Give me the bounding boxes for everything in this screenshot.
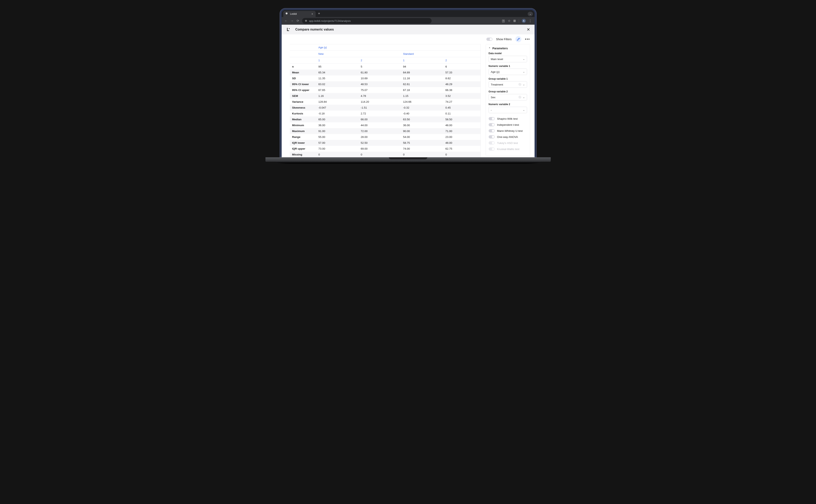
- more-menu-button[interactable]: •••: [525, 37, 530, 41]
- test-toggle-row[interactable]: Mann-Whitney U-test: [489, 128, 527, 134]
- test-toggle[interactable]: [489, 129, 495, 132]
- cell-value: 48.00: [443, 140, 480, 146]
- test-label: Tukey's HSD test: [497, 142, 518, 145]
- table-row: Kurtosis-0.182.72-0.400.11: [290, 111, 480, 116]
- laptop-base: [266, 157, 551, 165]
- key-icon[interactable]: ⚿: [502, 19, 505, 23]
- table-row: Missing0000: [290, 152, 480, 157]
- table-row: n955946: [290, 64, 480, 70]
- cell-value: -0.40: [401, 111, 443, 116]
- table-row: Mean65.3461.8064.8957.33: [290, 70, 480, 75]
- cell-value: 11.35: [316, 75, 358, 81]
- clear-icon[interactable]: ⓧ: [518, 83, 521, 86]
- test-toggle-row[interactable]: Shapiro-Wilk test: [489, 116, 527, 122]
- test-toggle[interactable]: [489, 123, 495, 126]
- subgroup-header[interactable]: 1: [316, 57, 358, 64]
- chevron-down-icon: ⌄: [523, 83, 525, 86]
- subgroup-header[interactable]: 1: [401, 57, 443, 64]
- cell-value: 4.78: [358, 93, 401, 99]
- parameters-panel: ⌃ Parameters Data model Main level ⌄ Num…: [486, 44, 530, 156]
- test-label: Shapiro-Wilk test: [497, 117, 518, 120]
- cell-value: 6: [443, 64, 480, 70]
- numeric-variable-1-select[interactable]: Age (y) ⌄: [489, 69, 527, 75]
- data-model-select[interactable]: Main level ⌄: [489, 56, 527, 62]
- cell-value: 95: [316, 64, 358, 70]
- cell-value: -0.047: [316, 105, 358, 111]
- back-button[interactable]: ←: [285, 19, 288, 23]
- test-label: One-way ANOVA: [497, 135, 518, 138]
- select-value: -: [491, 109, 492, 112]
- profile-avatar[interactable]: A: [522, 19, 526, 23]
- bookmark-star-icon[interactable]: ☆: [508, 19, 510, 23]
- cell-value: 74.27: [443, 99, 480, 105]
- cell-value: 65.00: [316, 116, 358, 122]
- table-row: IQR lower57.0052.5058.7548.00: [290, 140, 480, 146]
- table-row: Minimum36.0044.0036.0048.00: [290, 122, 480, 128]
- cell-value: 71.00: [443, 128, 480, 134]
- row-label: Variance: [290, 99, 316, 105]
- edit-button[interactable]: [515, 36, 521, 42]
- group-variable-2-select[interactable]: Sex ⓧ ⌄: [489, 94, 527, 100]
- address-bar[interactable]: ⚙ app.ledidi.no/projects/7134/analysis: [302, 18, 432, 24]
- cell-value: 63.02: [316, 81, 358, 87]
- browser-tabstrip: Ledidi × + ⌄: [282, 10, 534, 17]
- cell-value: -0.32: [401, 105, 443, 111]
- group-header[interactable]: Standard: [401, 51, 480, 57]
- chevron-down-icon: ⌄: [523, 96, 525, 99]
- browser-tab[interactable]: Ledidi ×: [283, 11, 316, 17]
- cell-value: 28.00: [358, 134, 401, 140]
- parameters-title: Parameters: [492, 47, 508, 50]
- table-row: Range55.0028.0054.0023.00: [290, 134, 480, 140]
- cell-value: 0: [401, 152, 443, 157]
- cell-value: 58.50: [443, 116, 480, 122]
- show-filters-label: Show Filters: [496, 38, 512, 41]
- cell-value: 54.00: [401, 134, 443, 140]
- page-title: Compare numeric values: [295, 28, 334, 31]
- cell-value: -1.51: [358, 105, 401, 111]
- subgroup-header[interactable]: 2: [358, 57, 401, 64]
- cell-value: 91.00: [316, 128, 358, 134]
- cell-value: 63.50: [401, 116, 443, 122]
- cell-value: 11.16: [401, 75, 443, 81]
- cell-value: 128.84: [316, 99, 358, 105]
- subgroup-header[interactable]: 2: [443, 57, 480, 64]
- new-tab-button[interactable]: +: [316, 12, 323, 17]
- cell-value: 61.80: [358, 70, 401, 75]
- row-label: Range: [290, 134, 316, 140]
- chevron-down-icon: ⌄: [523, 58, 525, 60]
- cell-value: 72.00: [358, 128, 401, 134]
- test-toggle[interactable]: [489, 117, 495, 120]
- show-filters-toggle[interactable]: [486, 38, 492, 41]
- test-toggle-row: Tukey's HSD test: [489, 140, 527, 146]
- group-variable-1-select[interactable]: Treatment ⓧ ⌄: [489, 81, 527, 88]
- extensions-icon[interactable]: ⊞: [513, 19, 516, 23]
- variable-header: Age (y): [316, 44, 480, 51]
- clear-icon[interactable]: ⓧ: [518, 95, 521, 99]
- app-header: Compare numeric values ✕: [282, 25, 534, 34]
- numeric-variable-2-select[interactable]: - ⌄: [489, 107, 527, 113]
- row-label: Minimum: [290, 122, 316, 128]
- reload-button[interactable]: ⟳: [297, 19, 299, 23]
- cell-value: -0.18: [316, 111, 358, 116]
- cell-value: 66.00: [358, 116, 401, 122]
- forward-button[interactable]: →: [291, 19, 294, 23]
- close-button[interactable]: ✕: [527, 27, 530, 32]
- test-toggle-row[interactable]: One-way ANOVA: [489, 134, 527, 140]
- table-row: IQR upper73.0069.0074.0062.75: [290, 146, 480, 152]
- chevron-down-icon: ⌄: [523, 70, 525, 73]
- row-label: 95% CI upper: [290, 87, 316, 93]
- site-settings-icon[interactable]: ⚙: [305, 19, 307, 22]
- row-label: 95% CI lower: [290, 81, 316, 87]
- cell-value: 94: [401, 64, 443, 70]
- chevron-down-icon: ⌄: [523, 109, 525, 111]
- test-toggle[interactable]: [489, 135, 495, 138]
- parameters-header[interactable]: ⌃ Parameters: [489, 47, 527, 50]
- tab-overflow-button[interactable]: ⌄: [528, 12, 533, 16]
- group-header[interactable]: New: [316, 51, 401, 57]
- close-tab-icon[interactable]: ×: [311, 13, 313, 15]
- test-toggle-row[interactable]: Independent t-test: [489, 122, 527, 128]
- browser-menu-icon[interactable]: ⋮: [529, 19, 532, 23]
- cell-value: 64.89: [401, 70, 443, 75]
- cell-value: 57.00: [316, 140, 358, 146]
- content-area: Age (y) New Standard 1 2 1: [282, 44, 534, 157]
